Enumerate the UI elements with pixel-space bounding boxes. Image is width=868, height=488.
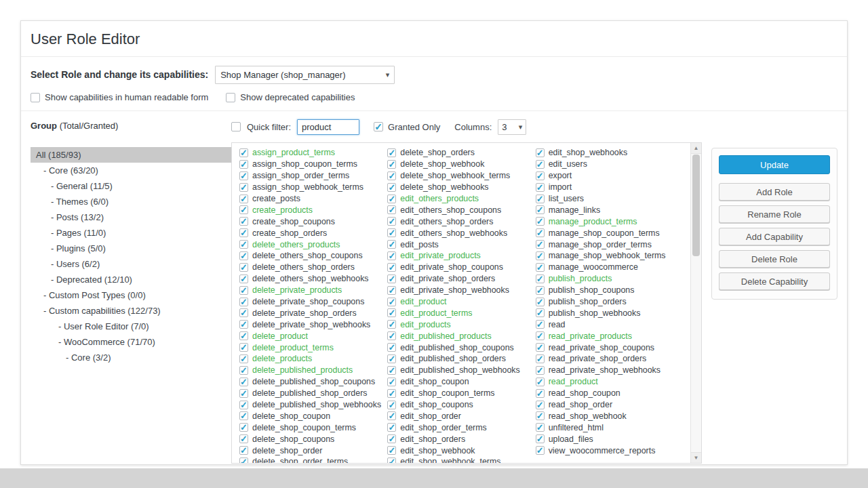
- capability-checkbox[interactable]: ✓: [536, 251, 545, 260]
- capability-item[interactable]: ✓edit_private_shop_orders: [387, 273, 535, 285]
- capability-checkbox[interactable]: ✓: [239, 446, 248, 455]
- capability-item[interactable]: ✓delete_others_shop_orders: [239, 262, 387, 273]
- capability-checkbox[interactable]: ✓: [387, 343, 396, 352]
- granted-only-checkbox[interactable]: ✓: [374, 122, 383, 131]
- capability-item[interactable]: ✓edit_published_shop_webhooks: [387, 365, 535, 376]
- capability-item[interactable]: ✓export: [536, 170, 684, 182]
- capability-item[interactable]: ✓read_private_shop_coupons: [536, 342, 684, 353]
- capability-item[interactable]: ✓delete_published_shop_coupons: [239, 376, 387, 388]
- capability-item[interactable]: ✓edit_shop_coupon_terms: [387, 388, 535, 399]
- capability-checkbox[interactable]: ✓: [536, 434, 545, 443]
- capability-checkbox[interactable]: ✓: [239, 217, 248, 226]
- capability-item[interactable]: ✓delete_others_products: [239, 239, 387, 250]
- capability-item[interactable]: ✓delete_published_shop_orders: [239, 388, 387, 399]
- capability-item[interactable]: ✓edit_shop_webhooks: [536, 147, 684, 159]
- capability-checkbox[interactable]: ✓: [387, 366, 396, 375]
- capability-item[interactable]: ✓publish_shop_orders: [536, 296, 684, 308]
- capability-checkbox[interactable]: ✓: [239, 434, 248, 443]
- group-item[interactable]: - Themes (6/0): [31, 194, 231, 209]
- capability-item[interactable]: ✓manage_woocommerce: [536, 262, 684, 273]
- group-item[interactable]: - User Role Editor (7/0): [31, 319, 231, 334]
- capability-item[interactable]: ✓edit_others_shop_coupons: [387, 204, 535, 216]
- group-item[interactable]: All (185/93): [31, 147, 231, 163]
- capability-checkbox[interactable]: ✓: [536, 195, 545, 203]
- capability-item[interactable]: ✓delete_published_shop_webhooks: [239, 399, 387, 411]
- capability-checkbox[interactable]: ✓: [239, 308, 248, 317]
- rename-role-button[interactable]: Rename Role: [719, 205, 830, 223]
- capability-checkbox[interactable]: ✓: [387, 274, 396, 283]
- capability-checkbox[interactable]: ✓: [239, 378, 248, 386]
- capability-item[interactable]: ✓delete_shop_coupon_terms: [239, 422, 387, 433]
- capability-checkbox[interactable]: ✓: [239, 286, 248, 295]
- capability-checkbox[interactable]: ✓: [239, 389, 248, 398]
- capability-checkbox[interactable]: ✓: [387, 331, 396, 340]
- capability-item[interactable]: ✓view_woocommerce_reports: [536, 445, 684, 456]
- capability-item[interactable]: ✓edit_shop_orders: [387, 433, 535, 445]
- capability-checkbox[interactable]: ✓: [536, 308, 545, 317]
- capability-item[interactable]: ✓edit_private_shop_webhooks: [387, 285, 535, 296]
- capability-item[interactable]: ✓edit_others_products: [387, 193, 535, 205]
- capability-checkbox[interactable]: ✓: [239, 183, 248, 192]
- deprecated-option[interactable]: Show deprecated capabilities: [226, 92, 355, 102]
- capability-item[interactable]: ✓edit_published_shop_coupons: [387, 342, 535, 353]
- capability-checkbox[interactable]: ✓: [387, 411, 396, 420]
- capability-checkbox[interactable]: ✓: [536, 240, 545, 249]
- capability-checkbox[interactable]: ✓: [536, 423, 545, 432]
- capability-checkbox[interactable]: ✓: [239, 411, 248, 420]
- add-capability-button[interactable]: Add Capability: [719, 228, 830, 245]
- capability-item[interactable]: ✓edit_private_products: [387, 250, 535, 262]
- capability-checkbox[interactable]: ✓: [239, 263, 248, 272]
- capability-checkbox[interactable]: ✓: [536, 160, 545, 169]
- capability-checkbox[interactable]: ✓: [387, 240, 396, 249]
- capability-item[interactable]: ✓import: [536, 182, 684, 193]
- capability-checkbox[interactable]: ✓: [239, 195, 248, 203]
- capability-item[interactable]: ✓edit_published_products: [387, 330, 535, 342]
- capability-item[interactable]: ✓edit_others_shop_webhooks: [387, 227, 535, 239]
- capability-item[interactable]: ✓edit_private_shop_coupons: [387, 262, 535, 273]
- capability-item[interactable]: ✓delete_shop_webhook: [387, 159, 535, 170]
- capability-item[interactable]: ✓delete_products: [239, 353, 387, 365]
- capability-checkbox[interactable]: ✓: [239, 274, 248, 283]
- capability-item[interactable]: ✓publish_shop_webhooks: [536, 307, 684, 319]
- capability-item[interactable]: ✓assign_shop_order_terms: [239, 170, 387, 182]
- capability-item[interactable]: ✓manage_links: [536, 204, 684, 216]
- capability-checkbox[interactable]: ✓: [387, 183, 396, 192]
- scrollbar-up-icon[interactable]: ▲: [691, 143, 701, 154]
- capability-item[interactable]: ✓delete_shop_order: [239, 445, 387, 456]
- capability-item[interactable]: ✓read_product: [536, 376, 684, 388]
- capability-item[interactable]: ✓read_private_shop_webhooks: [536, 365, 684, 376]
- capability-checkbox[interactable]: ✓: [387, 320, 396, 329]
- capability-checkbox[interactable]: ✓: [387, 228, 396, 237]
- role-select[interactable]: Shop Manager (shop_manager) ▾: [215, 66, 395, 84]
- capability-checkbox[interactable]: ✓: [387, 458, 396, 464]
- capability-item[interactable]: ✓manage_shop_order_terms: [536, 239, 684, 250]
- capability-item[interactable]: ✓delete_shop_coupon: [239, 410, 387, 422]
- capability-checkbox[interactable]: ✓: [239, 160, 248, 169]
- capability-checkbox[interactable]: ✓: [239, 354, 248, 363]
- capability-item[interactable]: ✓delete_shop_webhook_terms: [387, 170, 535, 182]
- capability-checkbox[interactable]: ✓: [387, 171, 396, 180]
- capability-item[interactable]: ✓upload_files: [536, 433, 684, 445]
- capability-checkbox[interactable]: ✓: [387, 160, 396, 169]
- capability-item[interactable]: ✓edit_shop_coupons: [387, 399, 535, 411]
- capability-item[interactable]: ✓assign_shop_coupon_terms: [239, 159, 387, 170]
- capability-checkbox[interactable]: ✓: [536, 343, 545, 352]
- scrollbar-down-icon[interactable]: ▼: [691, 452, 701, 463]
- group-item[interactable]: - Core (3/2): [31, 350, 231, 365]
- capability-checkbox[interactable]: ✓: [387, 389, 396, 398]
- capability-checkbox[interactable]: ✓: [536, 298, 545, 306]
- capability-checkbox[interactable]: ✓: [239, 148, 248, 157]
- group-item[interactable]: - Core (63/20): [31, 163, 231, 178]
- capability-item[interactable]: ✓edit_shop_order: [387, 410, 535, 422]
- group-item[interactable]: - Custom capabilities (122/73): [31, 303, 231, 319]
- capability-item[interactable]: ✓read_shop_webhook: [536, 410, 684, 422]
- capability-item[interactable]: ✓edit_shop_webhook: [387, 445, 535, 456]
- capability-item[interactable]: ✓delete_shop_coupons: [239, 433, 387, 445]
- capability-item[interactable]: ✓edit_shop_webhook_terms: [387, 456, 535, 464]
- capability-checkbox[interactable]: ✓: [387, 354, 396, 363]
- capability-item[interactable]: ✓read: [536, 319, 684, 330]
- capability-checkbox[interactable]: ✓: [239, 320, 248, 329]
- group-item[interactable]: - Custom Post Types (0/0): [31, 287, 231, 303]
- update-button[interactable]: Update: [719, 155, 830, 174]
- capability-checkbox[interactable]: ✓: [387, 263, 396, 272]
